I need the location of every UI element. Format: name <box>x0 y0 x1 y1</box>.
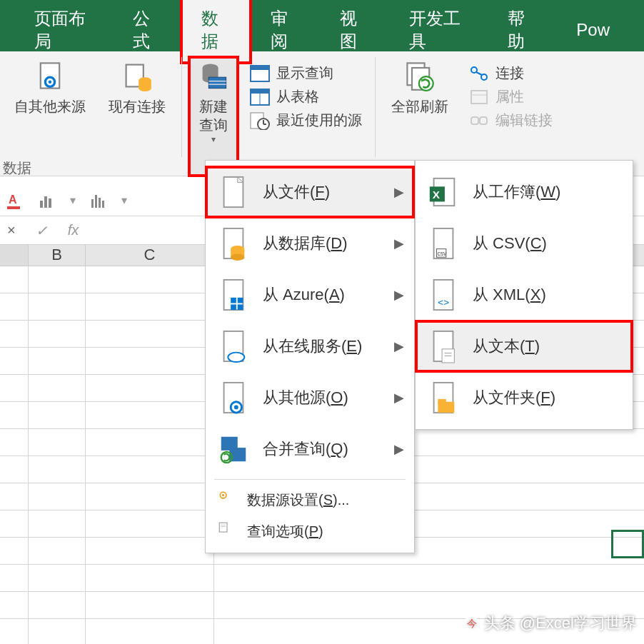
svg-text:今: 今 <box>467 618 477 629</box>
svg-rect-31 <box>480 117 487 124</box>
select-all-corner[interactable] <box>0 245 29 266</box>
svg-rect-38 <box>95 195 97 208</box>
connections-list: 连接 属性 编辑链接 <box>460 57 561 176</box>
svg-point-6 <box>139 85 151 91</box>
menu-item[interactable]: <>从 XML(X) <box>416 269 633 321</box>
table-icon <box>249 88 271 106</box>
svg-rect-40 <box>102 201 104 208</box>
svg-rect-47 <box>231 298 236 303</box>
enter-button[interactable]: ✓ <box>36 222 48 239</box>
svg-rect-0 <box>41 63 59 88</box>
edit-links-button: 编辑链接 <box>460 109 561 132</box>
tab-power[interactable]: Pow <box>556 10 630 50</box>
svg-line-27 <box>476 72 482 75</box>
new-query-menu: 从文件(F)▶从数据库(D)▶从 Azure(A)▶从在线服务(E)▶从其他源(… <box>205 160 415 553</box>
menu-item[interactable]: 从文本(T) <box>416 321 633 372</box>
svg-rect-48 <box>238 298 243 303</box>
show-queries-button[interactable]: 显示查询 <box>241 61 371 85</box>
svg-rect-53 <box>224 383 243 413</box>
svg-text:csv: csv <box>437 250 447 257</box>
svg-point-45 <box>231 253 244 261</box>
tab-formulas[interactable]: 公式 <box>113 0 182 63</box>
menu-item[interactable]: 合并查询(Q)▶ <box>206 423 414 475</box>
menu-item[interactable]: 数据源设置(S)... <box>206 484 414 515</box>
ribbon-tabs: 页面布局 公式 数据 审阅 视图 开发工具 帮助 Pow <box>0 9 644 51</box>
refresh-icon <box>404 60 436 91</box>
svg-rect-33 <box>7 206 20 209</box>
selected-cell-outline <box>611 530 644 558</box>
svg-text:A: A <box>9 193 17 206</box>
from-table-button[interactable]: 从表格 <box>241 85 371 109</box>
watermark: 今 头条 @Excel学习世界 <box>463 613 637 634</box>
tab-pagelayout[interactable]: 页面布局 <box>14 0 113 63</box>
svg-point-55 <box>234 406 238 410</box>
chart-icon[interactable] <box>39 192 56 209</box>
col-header-b[interactable]: B <box>29 245 86 266</box>
svg-rect-35 <box>44 196 47 208</box>
existing-connections-button[interactable]: 现有连接 <box>100 57 174 176</box>
svg-rect-10 <box>208 77 226 88</box>
recent-sources-button[interactable]: 最近使用的源 <box>241 109 371 132</box>
menu-item[interactable]: 查询选项(P) <box>206 515 414 547</box>
svg-point-26 <box>481 74 487 80</box>
cancel-button[interactable]: × <box>7 222 16 238</box>
fx-button[interactable]: fx <box>68 222 79 238</box>
svg-rect-34 <box>40 201 43 208</box>
edit-links-icon <box>468 111 490 130</box>
col-header-c[interactable]: C <box>86 245 214 266</box>
menu-item[interactable]: X从工作簿(W) <box>416 166 633 218</box>
properties-button: 属性 <box>460 85 561 109</box>
svg-rect-30 <box>471 117 478 124</box>
properties-icon <box>468 88 490 106</box>
tab-review[interactable]: 审阅 <box>251 0 320 63</box>
svg-text:<>: <> <box>438 297 449 308</box>
refresh-all-button[interactable]: 全部刷新 <box>383 57 457 176</box>
svg-rect-77 <box>438 402 454 413</box>
tab-help[interactable]: 帮助 <box>488 0 557 63</box>
font-color-icon[interactable]: A <box>7 192 24 209</box>
menu-item[interactable]: csv从 CSV(C) <box>416 218 633 269</box>
tab-data[interactable]: 数据 <box>181 0 251 63</box>
svg-point-60 <box>222 494 224 496</box>
svg-rect-37 <box>91 199 94 208</box>
new-query-button[interactable]: 新建 查询 ▾ <box>189 57 238 176</box>
existing-conn-icon <box>121 60 153 91</box>
svg-rect-36 <box>49 198 51 208</box>
query-options-list: 显示查询 从表格 最近使用的源 <box>241 57 371 176</box>
svg-rect-39 <box>99 198 101 208</box>
from-file-submenu: X从工作簿(W)csv从 CSV(C)<>从 XML(X)从文本(T)从文件夹(… <box>415 160 633 430</box>
menu-item[interactable]: 从文件夹(F) <box>416 372 633 423</box>
ribbon: 自其他来源 现有连接 新建 查询 ▾ 显示查询 从表格 最近使用的源 全部刷新 … <box>0 51 644 176</box>
new-query-icon <box>198 60 229 91</box>
svg-rect-14 <box>251 66 269 70</box>
svg-rect-78 <box>438 399 446 403</box>
svg-text:X: X <box>433 188 441 201</box>
svg-point-24 <box>419 76 433 91</box>
chart2-icon[interactable] <box>90 192 107 209</box>
ribbon-group-label: 数据 <box>3 159 31 178</box>
tab-devtools[interactable]: 开发工具 <box>389 0 488 63</box>
menu-item[interactable]: 从数据库(D)▶ <box>206 218 414 269</box>
menu-item[interactable]: 从文件(F)▶ <box>206 166 414 218</box>
svg-point-2 <box>49 81 51 84</box>
svg-rect-49 <box>231 304 236 310</box>
from-other-icon <box>34 60 66 91</box>
svg-rect-28 <box>471 91 487 104</box>
tab-view[interactable]: 视图 <box>320 0 389 63</box>
svg-rect-16 <box>251 89 269 94</box>
connections-icon <box>468 64 490 83</box>
svg-rect-50 <box>238 304 243 310</box>
svg-point-52 <box>228 353 244 362</box>
clock-icon <box>249 111 271 130</box>
menu-item[interactable]: 从在线服务(E)▶ <box>206 321 414 372</box>
menu-item[interactable]: 从其他源(O)▶ <box>206 372 414 423</box>
connections-button[interactable]: 连接 <box>460 61 561 85</box>
svg-rect-61 <box>219 523 227 532</box>
menu-item[interactable]: 从 Azure(A)▶ <box>206 269 414 321</box>
svg-point-25 <box>471 67 477 73</box>
table-icon <box>249 64 271 83</box>
